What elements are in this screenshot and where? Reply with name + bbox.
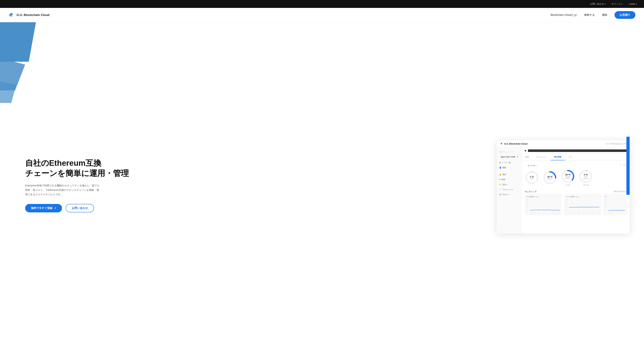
sidebar-invitation[interactable]: ✉ 招待 xyxy=(497,177,522,182)
monitoring-period[interactable]: 期間 過去1時間 ▾ xyxy=(614,190,627,193)
monitoring-title: モニタリング xyxy=(525,190,536,193)
cpu-y-axis: 100 80 60 40 20 0 xyxy=(526,199,528,213)
sidebar-billing-label: 支払い xyxy=(502,183,508,186)
refresh-icon[interactable]: ↻ xyxy=(620,164,621,166)
sidebar-node-list-label: ノード一覧 xyxy=(502,162,511,164)
datavolume-gauge: 3 % Data Volume 200 GB xyxy=(578,169,593,186)
topbar-contact-label: お問い合わせ xyxy=(590,2,604,5)
hero-title-line2: チェーンを簡単に運用・管理 xyxy=(25,169,129,177)
memory-name: Memory xyxy=(547,178,553,179)
y-80: 80 xyxy=(526,202,528,203)
sidebar-authority[interactable]: 👤 権限 xyxy=(497,165,522,170)
register-button[interactable]: 無料で今すぐ登録 ↗ xyxy=(25,204,62,212)
y-40: 40 xyxy=(566,207,568,208)
contact-button[interactable]: お問い合わせ xyxy=(66,204,94,212)
memory-y-axis: 100 80 60 40 20 0 xyxy=(566,199,568,213)
memory-chart-area: 100 80 60 40 20 0 xyxy=(566,199,599,213)
dash-tabs: 概覧 セキュリティ 統計情報 ログ xyxy=(522,154,630,160)
gauges-row: 2 % CPU xyxy=(522,168,630,188)
datavolume-size: 200 GB xyxy=(583,184,589,186)
tab-stats[interactable]: 統計情報 xyxy=(550,154,565,160)
sidebar-authority-label: 権限 xyxy=(502,167,506,169)
y-20: 20 xyxy=(526,209,528,211)
tab-security[interactable]: セキュリティ xyxy=(532,154,550,160)
dash-body: 現在のネットワーク Japan Open Chain ▾ ⊞ ノード一覧 👤 権… xyxy=(497,148,630,234)
y-40: 40 xyxy=(526,207,528,208)
data-x-axis: 10/19... ... xyxy=(608,212,625,213)
cpu-gauge: 2 % CPU xyxy=(525,171,539,185)
mail-icon: ✉ xyxy=(499,178,500,180)
folder-icon: 📁 xyxy=(499,183,501,185)
datavolume-pct: 3 % xyxy=(582,173,590,175)
y-0: 0 xyxy=(526,212,528,213)
hero-buttons: 無料で今すぐ登録 ↗ お問い合わせ xyxy=(25,204,308,212)
site-logo[interactable]: G.U. Blockchain Cloud xyxy=(8,12,50,18)
y-0: 0 xyxy=(566,212,568,213)
logo-icon xyxy=(8,12,15,18)
node-name-bar xyxy=(528,150,627,152)
nav-try[interactable]: 体験する xyxy=(584,13,595,17)
y-100: 100 xyxy=(605,199,607,200)
sidebar-node-list[interactable]: ⊞ ノード一覧 xyxy=(497,160,522,165)
sidebar-notification[interactable]: 🔔 通知 xyxy=(497,172,522,177)
topbar-lang-label: LANG xyxy=(629,3,635,5)
data-chart-svg-area xyxy=(608,199,625,211)
dash-node-bar xyxy=(522,148,630,154)
hero-dashboard: G.U. Blockchain Cloud G.U. Technologies,… xyxy=(315,137,630,234)
data-chart: デ... 100 80 60 40 20 0 xyxy=(603,194,627,215)
person-icon: 👤 xyxy=(499,167,501,169)
dash-main: 概覧 セキュリティ 統計情報 ログ リソース： ↻ Peer: xyxy=(522,148,630,234)
y-60: 60 xyxy=(526,204,528,205)
cpu-name: CPU xyxy=(530,178,534,179)
hero-content: 自社のEthereum互換 チェーンを簡単に運用・管理 Enterprise領域… xyxy=(0,22,644,348)
dash-logo-icon xyxy=(500,143,503,145)
svg-rect-5 xyxy=(501,143,502,144)
sysvolume-name: System Volume xyxy=(564,175,572,179)
doc-icon: 📄 xyxy=(499,188,501,190)
data-y-axis: 100 80 60 40 20 0 xyxy=(605,199,607,213)
y-20: 20 xyxy=(566,209,568,211)
tab-overview[interactable]: 概覧 xyxy=(522,154,532,160)
cpu-pct: 2 % xyxy=(530,175,534,178)
memory-chart-svg-area xyxy=(569,199,599,211)
sidebar-document[interactable]: 📄 ドキュメント xyxy=(497,187,522,192)
sidebar-support-label: サポート xyxy=(502,193,510,196)
sysvolume-size: 10 GB xyxy=(566,184,570,186)
tab-log[interactable]: ログ xyxy=(565,154,576,160)
list-icon: ⊞ xyxy=(499,162,500,164)
estimate-button[interactable]: お見積り xyxy=(614,11,636,19)
network-dropdown[interactable]: Japan Open Chain ▾ xyxy=(498,155,520,159)
topbar-contact[interactable]: お問い合わせ ▾ xyxy=(590,2,606,5)
cpu-chart: CPU使用率（%） 100 80 60 40 20 0 xyxy=(525,194,562,215)
sidebar-billing[interactable]: 📁 支払い xyxy=(497,182,522,187)
y-0: 0 xyxy=(605,212,607,213)
hero-section: 自社のEthereum互換 チェーンを簡単に運用・管理 Enterprise領域… xyxy=(0,22,644,348)
bell-icon: 🔔 xyxy=(499,174,501,175)
y-80: 80 xyxy=(605,202,607,203)
nav-price[interactable]: 価格 xyxy=(602,13,607,17)
data-chart-area: 100 80 60 40 20 0 xyxy=(605,199,625,213)
dashboard-card: G.U. Blockchain Cloud G.U. Technologies,… xyxy=(497,140,630,234)
cpu-gauge-label: 2 % CPU xyxy=(530,175,534,179)
memory-x-axis: 10/23 17:00 17:04 17:08 17:12 18:00 18:1… xyxy=(569,212,599,213)
cpu-gauge-circle: 2 % CPU xyxy=(525,171,539,185)
network-label: 現在のネットワーク xyxy=(497,150,522,154)
nav-about[interactable]: Blockchain Cloudとは xyxy=(550,13,577,17)
y-60: 60 xyxy=(566,204,568,205)
navbar: G.U. Blockchain Cloud Blockchain Cloudとは… xyxy=(0,8,644,22)
network-value: Japan Open Chain xyxy=(500,156,515,158)
topbar-lang[interactable]: LANG ▾ xyxy=(629,3,637,5)
charts-row: CPU使用率（%） 100 80 60 40 20 0 xyxy=(522,194,630,218)
dash-logo-text: G.U. Blockchain Cloud xyxy=(504,143,528,145)
sysvolume-gauge: 36 % System Volume 10 GB xyxy=(560,169,575,186)
period-value: 過去1時間 xyxy=(618,190,625,193)
support-icon: 💬 xyxy=(499,193,501,195)
dash-org: G.U. Technologies, Inc ID xyxy=(606,143,626,145)
topbar-signin-label: サインイン xyxy=(612,2,623,5)
svg-rect-2 xyxy=(10,14,12,17)
chevron-down-icon: ▾ xyxy=(605,3,606,5)
topbar-signin[interactable]: サインイン xyxy=(612,2,623,5)
dash-header: G.U. Blockchain Cloud G.U. Technologies,… xyxy=(497,140,630,148)
sidebar-support[interactable]: 💬 サポート xyxy=(497,192,522,197)
chevron-down-icon: ▾ xyxy=(636,3,637,5)
